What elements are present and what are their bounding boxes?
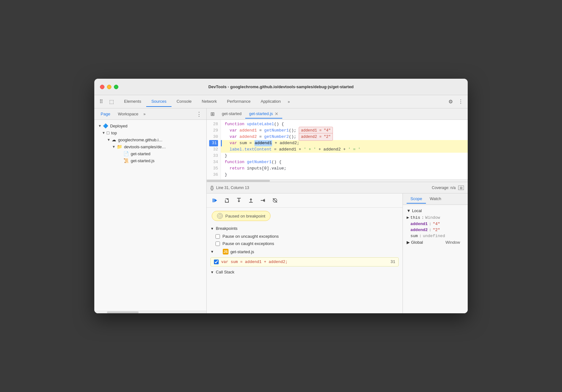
breakpoint-checkbox[interactable]: [214, 260, 219, 264]
scope-key-sum: sum: [410, 234, 418, 238]
label-textcontent: label.textContent: [230, 146, 272, 153]
sidebar-toggle-button[interactable]: ⊞: [208, 110, 217, 119]
tree-item-devtools-samples[interactable]: ▼ 📁 devtools-samples/de…: [94, 143, 206, 150]
editor-tab-get-started-js[interactable]: get-started.js ✕: [245, 109, 282, 119]
call-stack-label: Call Stack: [216, 270, 234, 274]
scope-tab-watch[interactable]: Watch: [426, 194, 445, 204]
line-num-29: 29: [209, 127, 218, 134]
indent-30: [225, 134, 230, 140]
sidebar-menu-button[interactable]: ⋮: [194, 110, 204, 118]
titlebar: DevTools - googlechrome.github.io/devtoo…: [94, 79, 468, 95]
scope-tab-bar: Scope Watch: [403, 193, 468, 205]
sidebar-scrollbar[interactable]: [94, 311, 206, 313]
pause-caught-label: Pause on caught exceptions: [222, 241, 274, 246]
line-num-32: 32: [209, 146, 218, 153]
editor-area: ⊞ get-started get-started.js ✕ 28 29 30 …: [207, 108, 468, 313]
more-options-button[interactable]: ⋮: [456, 97, 465, 106]
tab-elements[interactable]: Elements: [119, 96, 146, 107]
step-over-button[interactable]: [222, 196, 231, 205]
step-into-button[interactable]: [234, 196, 243, 205]
breakpoint-line-row[interactable]: var sum = addend1 + addend2; 31: [210, 257, 399, 266]
func-name-34: getNumber1: [247, 159, 272, 165]
inspect-element-button[interactable]: ⠿: [97, 97, 106, 106]
bottom-area: ⓘ Paused on breakpoint ▼ Breakpoints Pau…: [207, 193, 468, 313]
editor-tab-label-get-started: get-started: [222, 111, 241, 116]
tab-application[interactable]: Application: [256, 96, 286, 107]
var-addend2: addend2: [240, 134, 257, 140]
local-section-header[interactable]: ▼ Local: [403, 207, 468, 214]
call-stack-header[interactable]: ▼ Call Stack: [207, 268, 403, 276]
scope-colon-addend2: :: [429, 228, 432, 232]
step-button[interactable]: [259, 196, 267, 205]
close-button[interactable]: [100, 85, 104, 89]
scope-tab-scope[interactable]: Scope: [407, 194, 426, 204]
cloud-icon: ☁: [112, 137, 116, 142]
scope-key-addend2: addend2: [410, 228, 428, 232]
tab-sources[interactable]: Sources: [146, 96, 172, 107]
indent-31: [225, 140, 230, 146]
settings-button[interactable]: ⚙: [446, 97, 455, 106]
global-section-header[interactable]: ▶ Global Window: [403, 239, 468, 246]
tree-item-googlechrome[interactable]: ▼ ☁ googlechrome.github.i…: [94, 136, 206, 143]
indent-35: [225, 165, 230, 172]
traffic-lights: [100, 85, 118, 89]
code-line-35: return inputs[0].value;: [221, 165, 468, 172]
device-toolbar-button[interactable]: ⬚: [107, 97, 116, 106]
tab-performance[interactable]: Performance: [222, 96, 255, 107]
tab-console[interactable]: Console: [172, 96, 197, 107]
minimize-button[interactable]: [107, 85, 111, 89]
tree-label-get-started: get-started: [131, 151, 150, 156]
scope-content: ▼ Local ▶ this : Window addend1: [403, 205, 468, 313]
horizontal-scrollbar[interactable]: [207, 179, 468, 182]
pause-caught-row: Pause on caught exceptions: [207, 240, 403, 247]
tree-item-get-started-js[interactable]: 📜 get-started.js: [94, 157, 206, 164]
scope-addend2-row: addend2 : "2": [403, 227, 468, 233]
editor-tab-bar: ⊞ get-started get-started.js ✕: [207, 108, 468, 120]
svg-marker-10: [250, 198, 252, 200]
code-line-30: var addend2 = getNumber2 (); addend2 = "…: [221, 134, 468, 140]
line-numbers: 28 29 30 31 32 33 34 35 36: [207, 120, 221, 179]
close-brace-36: }: [225, 172, 227, 178]
code-line-36: }: [221, 172, 468, 178]
pause-caught-checkbox[interactable]: [215, 242, 220, 246]
tree-label-googlechrome: googlechrome.github.i…: [118, 138, 163, 142]
sidebar-more-tabs[interactable]: »: [143, 112, 146, 116]
editor-tab-close-button[interactable]: ✕: [275, 112, 278, 116]
js-file-icon: 📜: [123, 158, 129, 163]
main-content: Page Workspace » ⋮ ▼ 🔷 Deployed ▼ □ top: [94, 108, 468, 313]
scope-addend1-row: addend1 : "4": [403, 221, 468, 227]
resume-button[interactable]: [210, 196, 219, 205]
pause-uncaught-row: Pause on uncaught exceptions: [207, 233, 403, 240]
scope-this-row[interactable]: ▶ this : Window: [403, 214, 468, 221]
breakpoints-section-header[interactable]: ▼ Breakpoints: [207, 224, 403, 233]
status-right: Coverage: n/a ▤: [432, 186, 464, 190]
sum-31: sum =: [240, 140, 254, 146]
more-tabs-button[interactable]: »: [286, 97, 292, 107]
scope-colon-this: :: [422, 215, 424, 220]
line-num-34: 34: [209, 159, 218, 165]
tree-item-get-started[interactable]: 📄 get-started: [94, 150, 206, 157]
keyword-var-31: var: [230, 140, 240, 146]
sidebar-tab-page[interactable]: Page: [97, 110, 114, 118]
pause-banner: ⓘ Paused on breakpoint: [212, 211, 271, 221]
deactivate-breakpoints-button[interactable]: [271, 196, 279, 205]
sidebar-tab-workspace[interactable]: Workspace: [114, 110, 142, 118]
editor-status-bar: {} Line 31, Column 13 Coverage: n/a ▤: [207, 182, 468, 193]
tree-item-top[interactable]: ▼ □ top: [94, 129, 206, 136]
fullscreen-button[interactable]: [114, 85, 118, 89]
step-out-button[interactable]: [247, 196, 255, 205]
file-icon: 📄: [123, 151, 129, 156]
pause-uncaught-checkbox[interactable]: [215, 234, 220, 239]
tree-item-deployed[interactable]: ▼ 🔷 Deployed: [94, 122, 206, 129]
keyword-var-29: var: [230, 127, 240, 134]
code-editor[interactable]: 28 29 30 31 32 33 34 35 36 function: [207, 120, 468, 182]
tab-network[interactable]: Network: [197, 96, 222, 107]
annotation-addend2: addend2 = "2": [299, 133, 333, 141]
coverage-icon[interactable]: ▤: [458, 186, 464, 190]
line-num-30: 30: [209, 134, 218, 140]
tree-arrow: ▼: [112, 145, 116, 149]
editor-tab-get-started[interactable]: get-started: [218, 109, 245, 119]
bp-file-arrow: ▼: [210, 250, 214, 254]
call-stack-arrow-icon: ▼: [210, 270, 214, 274]
toolbar-right: ⚙ ⋮: [446, 97, 465, 106]
